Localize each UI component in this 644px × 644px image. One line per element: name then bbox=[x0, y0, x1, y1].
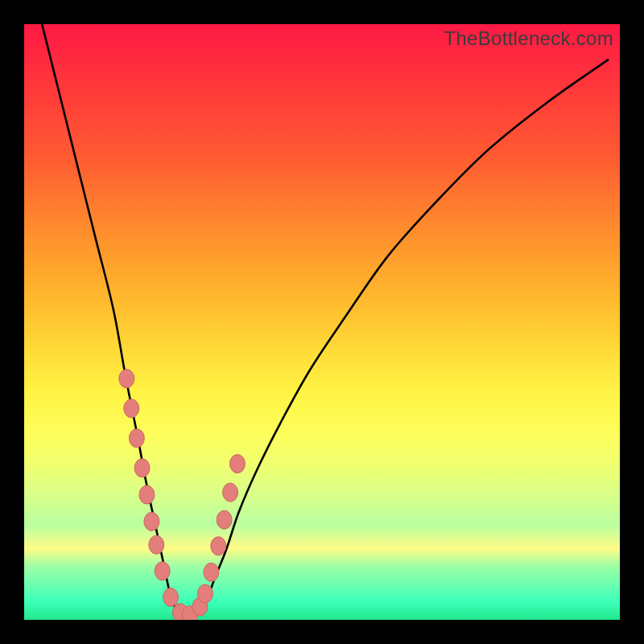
chart-frame: TheBottleneck.com bbox=[0, 0, 644, 644]
curve-marker bbox=[134, 459, 150, 477]
bottleneck-curve-svg bbox=[24, 24, 620, 620]
marker-group bbox=[119, 369, 246, 620]
curve-marker bbox=[124, 399, 139, 418]
bottleneck-curve-path bbox=[42, 24, 608, 617]
curve-marker bbox=[217, 510, 232, 529]
curve-marker bbox=[211, 537, 226, 555]
curve-marker bbox=[119, 369, 134, 388]
curve-marker bbox=[204, 563, 219, 581]
curve-marker bbox=[223, 483, 238, 502]
curve-marker bbox=[144, 512, 159, 530]
curve-marker bbox=[139, 485, 155, 504]
curve-marker bbox=[149, 535, 164, 554]
curve-marker bbox=[163, 588, 179, 606]
curve-marker bbox=[197, 584, 213, 603]
plot-area: TheBottleneck.com bbox=[24, 24, 620, 620]
curve-marker bbox=[129, 429, 144, 448]
curve-marker bbox=[229, 455, 245, 473]
curve-marker bbox=[155, 562, 170, 580]
